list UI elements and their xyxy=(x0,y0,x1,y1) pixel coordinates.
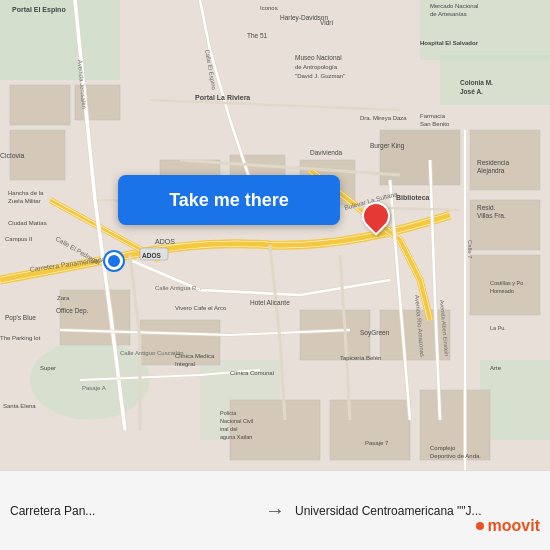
route-to: Universidad Centroamericana ""J... xyxy=(295,504,540,518)
svg-text:inal del: inal del xyxy=(220,426,237,432)
svg-text:Arte: Arte xyxy=(490,365,502,371)
svg-text:The 51: The 51 xyxy=(247,32,268,39)
svg-rect-13 xyxy=(380,130,460,185)
svg-text:Villas Fra.: Villas Fra. xyxy=(477,212,506,219)
svg-text:Hospital El Salvador: Hospital El Salvador xyxy=(420,40,479,46)
svg-text:The Parking lot: The Parking lot xyxy=(0,335,41,341)
svg-text:Calle 7: Calle 7 xyxy=(467,240,473,259)
svg-text:Hancha de la: Hancha de la xyxy=(8,190,44,196)
svg-text:Tapicería Belén: Tapicería Belén xyxy=(340,355,381,361)
svg-text:Hotel Alicante: Hotel Alicante xyxy=(250,299,290,306)
svg-rect-16 xyxy=(60,290,130,345)
destination-pin xyxy=(356,196,396,236)
svg-text:Dra. Mireya Daza: Dra. Mireya Daza xyxy=(360,115,407,121)
svg-text:Vivero Cafe el Arco: Vivero Cafe el Arco xyxy=(175,305,227,311)
location-dot xyxy=(105,252,123,270)
svg-text:Policia: Policia xyxy=(220,410,237,416)
svg-text:Integral: Integral xyxy=(175,361,195,367)
svg-text:Pop's Blue: Pop's Blue xyxy=(5,314,36,322)
svg-text:Clínica Medica: Clínica Medica xyxy=(175,353,215,359)
svg-rect-2 xyxy=(420,0,550,60)
moovit-logo: moovit xyxy=(476,517,540,535)
svg-text:Calle Antigua R...: Calle Antigua R... xyxy=(155,285,202,291)
svg-text:Mercado Nacional: Mercado Nacional xyxy=(430,3,478,9)
route-from-name: Carretera Pan... xyxy=(10,504,255,518)
svg-rect-15 xyxy=(380,310,450,360)
svg-text:Portal El Espino: Portal El Espino xyxy=(12,6,66,14)
svg-rect-19 xyxy=(330,400,410,460)
svg-text:Ciclovia: Ciclovia xyxy=(0,152,25,159)
svg-text:Zuela Militar: Zuela Militar xyxy=(8,198,41,204)
svg-text:Campus II: Campus II xyxy=(5,236,33,242)
svg-text:Costillas y Po: Costillas y Po xyxy=(490,280,523,286)
svg-text:La Pu.: La Pu. xyxy=(490,325,506,331)
svg-text:Zara: Zara xyxy=(57,295,70,301)
route-to-name: Universidad Centroamericana ""J... xyxy=(295,504,540,518)
svg-rect-3 xyxy=(440,55,550,105)
svg-text:Pasaje 7: Pasaje 7 xyxy=(365,440,389,446)
svg-rect-18 xyxy=(230,400,320,460)
svg-text:de Artesanías: de Artesanías xyxy=(430,11,467,17)
route-from: Carretera Pan... xyxy=(10,504,255,518)
svg-text:Alejandra: Alejandra xyxy=(477,167,505,175)
svg-text:Davivienda: Davivienda xyxy=(310,149,343,156)
destination-marker xyxy=(362,202,390,230)
map-svg: Carretera Panamericana Calle El Pedregal… xyxy=(0,0,550,470)
svg-text:Residencia: Residencia xyxy=(477,159,510,166)
route-arrow: → xyxy=(265,499,285,522)
svg-text:ADOS: ADOS xyxy=(155,238,175,245)
svg-rect-4 xyxy=(480,360,550,440)
bottom-bar: Carretera Pan... → Universidad Centroame… xyxy=(0,470,550,550)
svg-text:San Benito: San Benito xyxy=(420,121,450,127)
svg-text:aguna Xatlan: aguna Xatlan xyxy=(220,434,252,440)
svg-text:Deportivo de Anda.: Deportivo de Anda. xyxy=(430,453,481,459)
route-info: Carretera Pan... → Universidad Centroame… xyxy=(10,499,540,522)
svg-text:Iconos: Iconos xyxy=(260,5,278,11)
svg-text:José A.: José A. xyxy=(460,88,483,95)
svg-text:Resid.: Resid. xyxy=(477,204,496,211)
svg-text:Super: Super xyxy=(40,365,56,371)
moovit-text: moovit xyxy=(488,517,540,535)
take-me-there-button[interactable]: Take me there xyxy=(118,175,340,225)
svg-text:Burger King: Burger King xyxy=(370,142,405,150)
map-container: Carretera Panamericana Calle El Pedregal… xyxy=(0,0,550,470)
svg-text:Ciudad Matías: Ciudad Matías xyxy=(8,220,47,226)
svg-text:ADOS: ADOS xyxy=(142,252,161,259)
svg-text:Pasaje A: Pasaje A xyxy=(82,385,106,391)
svg-text:Colonia M.: Colonia M. xyxy=(460,79,493,86)
svg-text:Santa Elena: Santa Elena xyxy=(3,403,36,409)
svg-text:Museo Nacional: Museo Nacional xyxy=(295,54,342,61)
svg-text:Nacional Civil: Nacional Civil xyxy=(220,418,253,424)
svg-text:Complejo: Complejo xyxy=(430,445,456,451)
svg-text:Clínica Comunal: Clínica Comunal xyxy=(230,370,274,376)
svg-text:de Antropología: de Antropología xyxy=(295,64,338,70)
svg-text:"David J. Guzman": "David J. Guzman" xyxy=(295,73,345,79)
moovit-dot xyxy=(476,522,484,530)
svg-text:Office Dep.: Office Dep. xyxy=(56,307,89,315)
svg-text:Homeado: Homeado xyxy=(490,288,514,294)
svg-text:Biblioteca: Biblioteca xyxy=(396,194,430,201)
svg-text:Vidrí: Vidrí xyxy=(320,19,333,26)
svg-text:Farmacia: Farmacia xyxy=(420,113,446,119)
svg-text:SoyGreen: SoyGreen xyxy=(360,329,390,337)
svg-rect-7 xyxy=(10,85,70,125)
svg-text:Portal La Riviera: Portal La Riviera xyxy=(195,94,250,101)
